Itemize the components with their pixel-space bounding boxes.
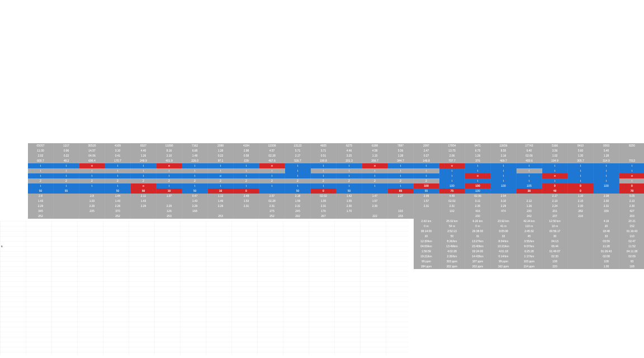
data-cell[interactable]: 23.92 km: [491, 219, 517, 224]
data-cell[interactable]: t: [28, 183, 54, 189]
data-cell[interactable]: t: [517, 178, 542, 183]
data-cell[interactable]: 3:05:08: [491, 229, 517, 234]
data-cell[interactable]: 152: [619, 224, 644, 229]
data-cell[interactable]: 193: [388, 209, 414, 214]
data-cell[interactable]: 99 ppm: [491, 259, 517, 264]
data-cell[interactable]: 1.26: [517, 204, 542, 209]
data-cell[interactable]: 4655: [311, 143, 337, 148]
data-cell[interactable]: t: [594, 163, 619, 168]
data-cell[interactable]: 05057: [28, 143, 54, 148]
data-cell[interactable]: t: [285, 163, 311, 168]
data-cell[interactable]: t: [182, 168, 208, 173]
data-cell[interactable]: [208, 209, 234, 214]
data-cell[interactable]: 252: [105, 214, 131, 219]
data-cell[interactable]: [131, 209, 157, 214]
data-cell[interactable]: 2: [362, 178, 388, 183]
data-cell[interactable]: [362, 189, 388, 194]
data-cell[interactable]: t: [362, 183, 388, 189]
data-cell[interactable]: 2: [157, 178, 182, 183]
data-cell[interactable]: 2: [311, 178, 337, 183]
data-cell[interactable]: 467.6: [259, 158, 285, 163]
data-cell[interactable]: 2: [337, 178, 362, 183]
data-cell[interactable]: t: [54, 183, 79, 189]
data-cell[interactable]: 292: [285, 214, 311, 219]
data-cell[interactable]: 0.22: [208, 153, 234, 158]
data-cell[interactable]: 33: [594, 234, 619, 239]
data-cell[interactable]: 110: [619, 234, 644, 239]
data-cell[interactable]: 2: [79, 178, 105, 183]
data-cell[interactable]: 230: [517, 209, 542, 214]
data-cell[interactable]: 2.30: [594, 199, 619, 204]
data-cell[interactable]: t: [131, 168, 157, 173]
data-cell[interactable]: 2.24: [542, 204, 568, 209]
data-cell[interactable]: t: [131, 173, 157, 178]
data-cell[interactable]: 0.27: [414, 153, 439, 158]
data-cell[interactable]: t: [465, 178, 491, 183]
data-cell[interactable]: 1.44: [105, 194, 131, 199]
data-cell[interactable]: t: [54, 168, 79, 173]
data-cell[interactable]: [157, 199, 182, 204]
data-cell[interactable]: 42.24 km: [517, 219, 542, 224]
data-cell[interactable]: 7162: [182, 143, 208, 148]
data-cell[interactable]: 6275: [337, 143, 362, 148]
data-cell[interactable]: 2: [234, 178, 259, 183]
data-cell[interactable]: t: [311, 183, 337, 189]
data-cell[interactable]: 0: [568, 189, 594, 194]
data-cell[interactable]: 427: [619, 209, 644, 214]
data-cell[interactable]: t: [285, 168, 311, 173]
data-cell[interactable]: 04.06: [79, 153, 105, 158]
data-cell[interactable]: 00:56:17: [542, 229, 568, 234]
data-cell[interactable]: 1.42: [337, 194, 362, 199]
data-cell[interactable]: 2.29: [28, 204, 54, 209]
data-cell[interactable]: 108: [542, 259, 568, 264]
data-cell[interactable]: 01:26:43: [594, 249, 619, 254]
data-cell[interactable]: 159: [234, 158, 259, 163]
data-cell[interactable]: 252: [259, 214, 285, 219]
data-cell[interactable]: 97.1: [208, 158, 234, 163]
data-cell[interactable]: 1.48: [182, 153, 208, 158]
data-cell[interactable]: 2.48: [234, 194, 259, 199]
data-cell[interactable]: o: [259, 163, 285, 168]
data-cell[interactable]: 3.10: [105, 148, 131, 153]
data-cell[interactable]: 2: [182, 178, 208, 183]
data-cell[interactable]: 2.8: [28, 194, 54, 199]
data-cell[interactable]: [54, 209, 79, 214]
data-cell[interactable]: 1:17/km: [517, 254, 542, 259]
data-cell[interactable]: [594, 189, 619, 194]
data-cell[interactable]: t: [182, 183, 208, 189]
data-cell[interactable]: 17743: [517, 143, 542, 148]
data-cell[interactable]: [131, 214, 157, 219]
data-cell[interactable]: 20 21: [619, 219, 644, 224]
data-cell[interactable]: 5.05: [619, 194, 644, 199]
data-cell[interactable]: 31: [465, 234, 491, 239]
data-cell[interactable]: 10 m: [542, 224, 568, 229]
data-cell[interactable]: t: [594, 173, 619, 178]
data-cell[interactable]: 0: [234, 189, 259, 194]
data-cell[interactable]: 13:49/km: [439, 244, 465, 249]
data-cell[interactable]: 01:16:43: [619, 229, 644, 234]
data-cell[interactable]: 344.7: [388, 158, 414, 163]
data-cell[interactable]: 2.63 km: [414, 219, 439, 224]
data-cell[interactable]: 252: [28, 214, 54, 219]
data-cell[interactable]: 469.7: [491, 158, 517, 163]
data-cell[interactable]: 2.29: [491, 204, 517, 209]
data-cell[interactable]: 14.57: [79, 148, 105, 153]
data-cell[interactable]: 2.29: [79, 204, 105, 209]
data-cell[interactable]: 4.40: [131, 148, 157, 153]
data-cell[interactable]: 50: [182, 189, 208, 194]
data-cell[interactable]: 2.29: [208, 204, 234, 209]
data-cell[interactable]: 18:48: [594, 229, 619, 234]
data-cell[interactable]: 04:00/km: [414, 244, 439, 249]
data-cell[interactable]: 8250: [619, 143, 644, 148]
data-cell[interactable]: 230: [465, 214, 491, 219]
data-cell[interactable]: t: [79, 173, 105, 178]
data-cell[interactable]: t: [234, 173, 259, 178]
data-cell[interactable]: 50: [337, 189, 362, 194]
data-cell[interactable]: t: [619, 178, 644, 183]
data-cell[interactable]: 707.7: [439, 158, 465, 163]
data-cell[interactable]: t: [439, 168, 465, 173]
data-cell[interactable]: 100: [465, 189, 491, 194]
data-cell[interactable]: 202 ppm: [465, 264, 491, 269]
data-cell[interactable]: t: [105, 163, 131, 168]
data-cell[interactable]: [414, 209, 439, 214]
